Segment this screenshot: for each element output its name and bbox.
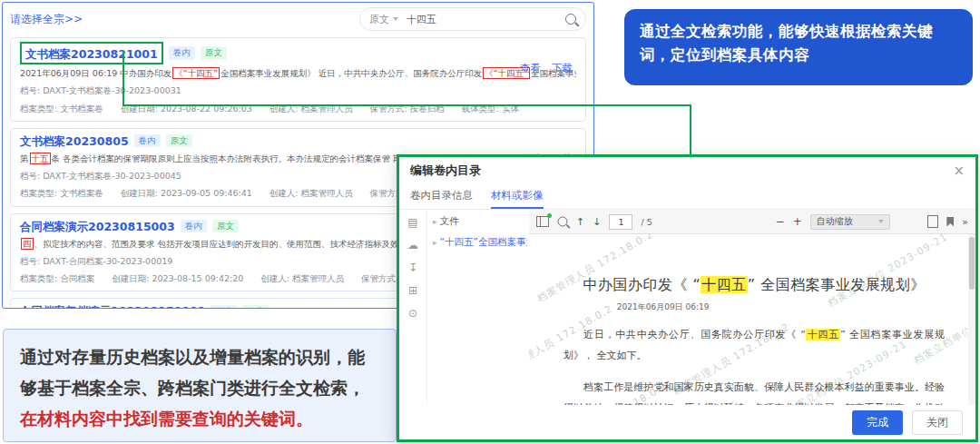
page-up-icon[interactable]: ↑: [576, 217, 584, 227]
close-button[interactable]: 关闭: [912, 410, 963, 435]
panel-header: 请选择全宗>> 原文: [10, 7, 586, 31]
title-text: 中办国办印发《 “: [583, 276, 701, 293]
download-icon[interactable]: ↧: [408, 262, 417, 273]
zoom-in-icon[interactable]: +: [793, 216, 802, 227]
find-icon[interactable]: [558, 217, 568, 227]
document-paragraph: 近日，中共中央办公厅、国务院办公厅印发《 “十四五” 全国档案事业发展规划》， …: [564, 325, 945, 366]
download-link[interactable]: 下载: [552, 62, 573, 75]
search-bar: 原文: [359, 7, 586, 31]
result-title-row: 文书档案20230821001 卷内 原文: [20, 44, 576, 63]
highlighted-keyword: 十四五: [806, 329, 840, 340]
document-date: 2021年06月09日 06:19: [617, 301, 945, 313]
snippet-text: 第: [20, 153, 29, 163]
zoom-mode-value: 自动缩放: [817, 215, 853, 228]
tree-expand-icon: ▸: [433, 238, 437, 247]
page-total: / 5: [641, 217, 652, 227]
scrollbar-thumb[interactable]: [969, 237, 975, 290]
badge-juannei: 卷内: [181, 220, 207, 232]
highlighted-keyword: 十四五: [701, 276, 748, 293]
search-field-value: 原文: [369, 13, 389, 26]
badge-yuanwen: 原文: [242, 305, 269, 309]
callout-bubble: 通过全文检索功能，能够快速根据检索关键词，定位到档案具体内容: [624, 9, 973, 85]
snippet-text: 全国档案事业发展规划》 近日，中共中央办公厅、国务院办公厅印发: [220, 68, 482, 78]
result-actions: 查看 下载: [520, 62, 573, 75]
view-link[interactable]: 查看: [520, 62, 541, 75]
confirm-button[interactable]: 完成: [852, 410, 903, 435]
file-tree: ▸文件 ▸“十四五”全国档案事业...: [427, 210, 529, 405]
tree-item-document[interactable]: ▸“十四五”全国档案事业...: [433, 236, 527, 249]
modal-body: ▤ ☁ ↧ ⊞ ⊙ ▸文件 ▸“十四五”全国档案事业... ↑ ↓ / 5 − …: [399, 210, 975, 405]
badge-yuanwen: 原文: [166, 134, 192, 147]
tab-volume-catalog-info[interactable]: 卷内目录信息: [410, 184, 473, 209]
modal-header: 编辑卷内目录 ×: [399, 157, 975, 184]
document-paragraph: 档案工作是维护党和国家历史真实面貌、保障人民群众根本利益的重要事业。经验得以总结…: [564, 378, 945, 405]
keyword-highlight: 《“十四五”: [172, 67, 220, 79]
callout-text: 通过全文检索功能，能够快速根据检索关键词，定位到档案具体内容: [640, 23, 933, 64]
badge-juannei: 卷内: [211, 305, 237, 309]
result-title[interactable]: 合同档案归档演示202308150001: [20, 304, 205, 309]
scan-icon[interactable]: ⊞: [408, 285, 417, 296]
annotation-green-box: 文书档案20230821001: [20, 42, 163, 64]
tree-root-files[interactable]: ▸文件: [433, 215, 527, 228]
snippet-text: 、拟定技术的内容、范围及要求 包括开发项目应达到的开发目的、使用范围、技术经济指…: [34, 239, 434, 249]
paragraph-text: 近日，中共中央办公厅、国务院办公厅印发《 “: [583, 329, 806, 340]
note-box: 通过对存量历史档案以及增量档案的识别，能够基于档案全宗、跨档案门类进行全文检索，…: [3, 329, 397, 442]
result-card[interactable]: 文书档案20230821001 卷内 原文 2021年06月09日 06:19 …: [10, 37, 586, 122]
connector-line-vertical-1: [122, 51, 124, 106]
result-title[interactable]: 文书档案20230821001: [25, 47, 158, 61]
modal-tabs: 卷内目录信息 材料或影像: [399, 184, 975, 210]
paragraph-text: 档案工作是维护党和国家历史真实面貌、保障人民群众根本利益的重要事业。经验得以总结…: [564, 381, 945, 405]
zoom-out-icon[interactable]: −: [776, 216, 785, 227]
snippet-text: 2021年06月09日 06:19 中办国办印发: [20, 68, 172, 78]
scrollbar[interactable]: [968, 234, 975, 405]
page-down-icon[interactable]: ↓: [593, 217, 601, 227]
result-title[interactable]: 合同档案演示20230815003: [20, 220, 175, 233]
note-text-red: 在材料内容中找到需要查询的关键词。: [20, 409, 313, 429]
tree-root-label: 文件: [440, 215, 459, 226]
note-text: 通过对存量历史档案以及增量档案的识别，能够基于档案全宗、跨档案门类进行全文检索，: [20, 347, 365, 398]
badge-yuanwen: 原文: [212, 220, 239, 232]
copy-icon[interactable]: ▤: [407, 217, 417, 228]
zoom-mode-select[interactable]: 自动缩放: [810, 214, 890, 230]
result-title[interactable]: 文书档案20230805: [20, 134, 129, 148]
camera-icon[interactable]: ⊙: [408, 308, 417, 319]
document-page: 档案管理人员 172.18.0.2 档案管理人员 172.18.0.2 档案管理…: [529, 234, 975, 405]
chevron-down-icon: [393, 17, 398, 21]
viewer-toolbar: ↑ ↓ / 5 − + 自动缩放 »: [529, 210, 975, 234]
tree-expand-icon: ▸: [433, 217, 437, 226]
badge-juannei: 卷内: [134, 134, 161, 147]
cloud-upload-icon[interactable]: ☁: [407, 240, 418, 251]
result-snippet: 2021年06月09日 06:19 中办国办印发《“十四五”全国档案事业发展规划…: [20, 67, 576, 80]
tree-item-label: “十四五”全国档案事业...: [440, 236, 527, 247]
tab-material-images[interactable]: 材料或影像: [491, 184, 544, 209]
select-fonds-link[interactable]: 请选择全宗>>: [10, 12, 83, 27]
badge-juannei: 卷内: [169, 46, 195, 59]
badge-yuanwen: 原文: [201, 46, 227, 59]
pdf-viewer: ↑ ↓ / 5 − + 自动缩放 » 档案管理人员 172.18.0.2 档案管…: [529, 210, 975, 405]
tool-strip: ▤ ☁ ↧ ⊞ ⊙: [399, 210, 427, 405]
search-field-select[interactable]: 原文: [369, 13, 398, 26]
search-icon[interactable]: [565, 14, 576, 25]
close-icon[interactable]: ×: [953, 164, 965, 178]
more-tools-icon[interactable]: »: [962, 216, 968, 228]
keyword-highlight: 四: [21, 238, 34, 250]
page-number-input[interactable]: [609, 214, 632, 230]
document-title: 中办国办印发《 “十四五” 全国档案事业发展规划》: [564, 276, 945, 295]
connector-line-vertical-2: [690, 104, 691, 157]
search-input[interactable]: [405, 13, 559, 26]
chevron-down-icon: [878, 220, 884, 223]
document-content: 中办国办印发《 “十四五” 全国档案事业发展规划》 2021年06月09日 06…: [529, 234, 975, 405]
archive-number: 档号: DAXT-文书档案卷-30-2023-00031: [20, 84, 576, 97]
modal-footer: 完成 关闭: [399, 405, 975, 439]
result-title-row: 文书档案20230805 卷内 原文: [20, 134, 576, 148]
title-text: ” 全国档案事业发展规划》: [748, 276, 926, 293]
modal-title: 编辑卷内目录: [410, 163, 481, 179]
keyword-highlight: 十五: [30, 153, 51, 164]
bookmark-icon[interactable]: [946, 217, 954, 227]
preview-modal: 编辑卷内目录 × 卷内目录信息 材料或影像 ▤ ☁ ↧ ⊞ ⊙ ▸文件 ▸“十四…: [397, 154, 978, 442]
connector-line-horizontal: [122, 104, 691, 106]
sidebar-toggle-icon[interactable]: [536, 216, 549, 227]
print-icon[interactable]: [927, 215, 938, 228]
